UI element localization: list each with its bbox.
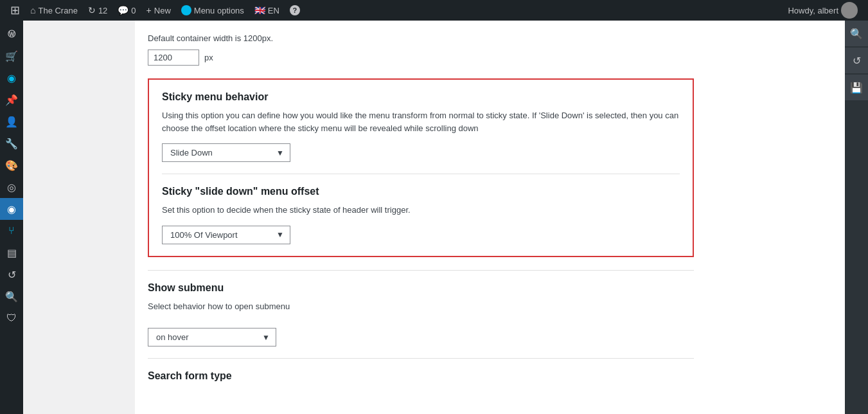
sticky-behavior-dropdown-wrap: Slide Down Fade In Fixed None ▼ [162, 143, 290, 162]
sticky-menu-section: Sticky menu behavior Using this option y… [148, 78, 694, 257]
help-link[interactable]: ? [285, 0, 305, 21]
admin-bar: ⊞ ⌂ The Crane ↻ 12 💬 0 + New Menu option… [0, 0, 868, 21]
content-inner: Default container width is 1200px. px St… [135, 21, 713, 413]
wp-logo-link[interactable]: ⊞ [5, 0, 25, 21]
howdy-link[interactable]: Howdy, albert [783, 0, 863, 21]
help-icon: ? [290, 5, 300, 15]
search-panel-icon: 🔍 [850, 28, 863, 40]
sticky-offset-title: Sticky "slide down" menu offset [162, 186, 680, 197]
search-panel-button[interactable]: 🔍 [845, 21, 868, 46]
save-panel-icon: 💾 [850, 82, 863, 94]
main-wrapper: Ⓦ 🛒 ◉ 📌 👤 🔧 🎨 ◎ ◉ ⑂ ▤ ↺ 🔍 🛡 Default cont… [23, 21, 868, 414]
search-form-section: Search form type [148, 358, 694, 400]
sticky-offset-dropdown[interactable]: 100% Of Viewport 50% Of Viewport Custom [162, 226, 290, 244]
howdy-text: Howdy, albert [788, 6, 838, 15]
sticky-behavior-dropdown[interactable]: Slide Down Fade In Fixed None [162, 143, 290, 162]
sticky-behavior-desc-text: Using this option you can define how you… [162, 111, 678, 133]
default-width-text: Default container width is 1200px. [148, 33, 694, 43]
sticky-behavior-subsection: Sticky menu behavior Using this option y… [162, 91, 680, 162]
updates-link[interactable]: ↻ 12 [83, 0, 112, 21]
sticky-offset-subsection: Sticky "slide down" menu offset Set this… [162, 186, 680, 244]
admin-bar-right: Howdy, albert [783, 0, 863, 21]
sticky-behavior-title: Sticky menu behavior [162, 91, 680, 103]
home-icon: ⌂ [30, 5, 35, 15]
section-divider-1 [162, 174, 680, 174]
language-link[interactable]: 🇬🇧 EN [249, 0, 285, 21]
menu-options-icon [181, 5, 191, 15]
content-area: Default container width is 1200px. px St… [135, 21, 845, 414]
updates-count: 12 [98, 6, 107, 15]
site-name-link[interactable]: ⌂ The Crane [25, 0, 83, 21]
right-panel: 🔍 ↺ 💾 [845, 21, 868, 414]
new-label: New [154, 6, 171, 15]
lang-label: EN [268, 6, 279, 15]
show-submenu-section: Show submenu Select behavior how to open… [148, 270, 694, 359]
menu-options-link[interactable]: Menu options [176, 0, 249, 21]
then-text: then [631, 111, 647, 120]
sticky-offset-dropdown-wrap: 100% Of Viewport 50% Of Viewport Custom … [162, 226, 290, 244]
sticky-behavior-desc: Using this option you can define how you… [162, 109, 680, 134]
show-submenu-title: Show submenu [148, 282, 694, 294]
plus-icon: + [146, 5, 152, 15]
comments-link[interactable]: 💬 0 [112, 0, 141, 21]
save-panel-button[interactable]: 💾 [845, 75, 868, 100]
px-label: px [204, 53, 213, 62]
reset-panel-icon: ↺ [853, 55, 861, 67]
comments-icon: 💬 [118, 5, 128, 15]
left-nav-panel [23, 21, 135, 414]
comments-count: 0 [131, 6, 136, 15]
reset-panel-button[interactable]: ↺ [845, 48, 868, 73]
sticky-offset-desc: Set this option to decide when the stick… [162, 204, 680, 217]
show-submenu-desc: Select behavior how to open submenu [148, 300, 694, 313]
search-form-title: Search form type [148, 370, 694, 382]
flag-icon: 🇬🇧 [254, 5, 265, 15]
width-input[interactable] [148, 50, 199, 66]
avatar [841, 2, 858, 19]
menu-options-label: Menu options [194, 6, 244, 15]
updates-icon: ↻ [88, 5, 96, 15]
site-name: The Crane [38, 6, 77, 15]
wp-logo-icon: ⊞ [10, 3, 20, 17]
width-input-row: px [148, 50, 694, 66]
submenu-dropdown-wrap: on hover on click ▼ [148, 328, 276, 346]
new-content-link[interactable]: + New [141, 0, 176, 21]
submenu-dropdown[interactable]: on hover on click [148, 328, 276, 346]
